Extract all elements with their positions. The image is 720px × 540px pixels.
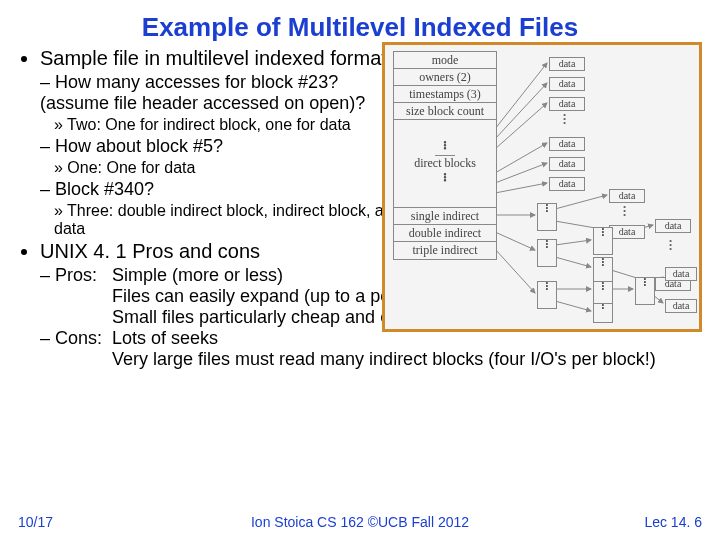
data-box: data	[549, 77, 585, 91]
inode-double: double indirect	[394, 225, 496, 242]
svg-line-0	[495, 63, 547, 129]
data-box: data	[549, 137, 585, 151]
data-box: data	[549, 177, 585, 191]
data-box: data	[609, 225, 645, 239]
footer-course: Ion Stoica CS 162 ©UCB Fall 2012	[18, 514, 702, 530]
bullet-sample: Sample file in multilevel indexed format…	[40, 47, 400, 70]
inode-timestamps: timestamps (3)	[394, 86, 496, 103]
svg-line-7	[555, 195, 607, 209]
svg-line-9	[495, 232, 535, 250]
data-box: data	[655, 219, 691, 233]
svg-line-5	[495, 183, 547, 193]
inode-direct: ••• direct blocks •••	[394, 120, 496, 208]
svg-line-16	[555, 301, 591, 311]
data-box: data	[549, 157, 585, 171]
footer: 10/17 Ion Stoica CS 162 ©UCB Fall 2012 L…	[18, 514, 702, 530]
dots-icon: •••	[669, 239, 672, 251]
cons-label: Cons:	[40, 328, 112, 370]
cons-text: Lots of seeks Very large files must read…	[112, 328, 720, 370]
ptr-box: •••	[537, 281, 557, 309]
ptr-box: •••	[537, 203, 557, 231]
ptr-box: •••	[635, 277, 655, 305]
svg-line-4	[495, 163, 547, 183]
inode-owners: owners (2)	[394, 69, 496, 86]
bullet-q340: Block #340?	[40, 179, 400, 200]
bullet-q5: How about block #5?	[40, 136, 400, 157]
inode-single: single indirect	[394, 208, 496, 225]
inode-mode: mode	[394, 52, 496, 69]
data-box: data	[609, 189, 645, 203]
data-box: data	[549, 97, 585, 111]
dots-icon: •••	[623, 205, 626, 217]
bullet-a340: Three: double indirect block, indirect b…	[54, 202, 414, 238]
bullet-a5: One: One for data	[54, 159, 414, 177]
ptr-box: •••	[593, 227, 613, 255]
data-box: data	[549, 57, 585, 71]
ptr-box: •••	[537, 239, 557, 267]
dots-icon: •••	[563, 113, 566, 125]
footer-date: 10/17	[18, 514, 53, 530]
slide-title: Example of Multilevel Indexed Files	[18, 12, 702, 43]
inode-block: mode owners (2) timestamps (3) size bloc…	[393, 51, 497, 260]
bullet-q23: How many accesses for block #23? (assume…	[40, 72, 400, 114]
svg-line-3	[495, 143, 547, 173]
svg-line-14	[495, 249, 535, 293]
data-box: data	[665, 299, 697, 313]
inode-size: size block count	[394, 103, 496, 120]
svg-line-2	[495, 103, 547, 149]
svg-line-10	[555, 240, 591, 245]
svg-line-1	[495, 83, 547, 139]
ptr-box: ••	[593, 303, 613, 323]
data-box: data	[665, 267, 697, 281]
pros-label: Pros:	[40, 265, 112, 328]
inode-triple: triple indirect	[394, 242, 496, 259]
inode-diagram: mode owners (2) timestamps (3) size bloc…	[382, 42, 702, 332]
footer-lec: Lec 14. 6	[644, 514, 702, 530]
bullet-a23: Two: One for indirect block, one for dat…	[54, 116, 414, 134]
svg-line-11	[555, 257, 591, 267]
